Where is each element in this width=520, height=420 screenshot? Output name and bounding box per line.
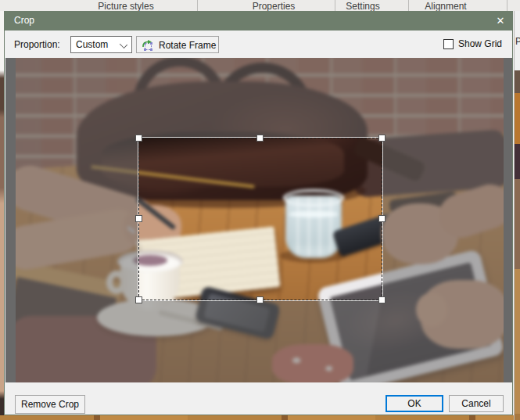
background-photo-band xyxy=(515,179,520,269)
background-photo-band xyxy=(515,269,520,414)
dialog-title: Crop xyxy=(14,15,34,26)
crop-dialog: Crop ✕ Proportion: Custom Rotate Fra xyxy=(4,11,513,415)
background-tab-properties[interactable]: Properties xyxy=(253,1,296,11)
toolbar-separator xyxy=(335,0,335,11)
background-tab-settings[interactable]: Settings xyxy=(346,1,379,11)
background-photo-band xyxy=(515,414,520,420)
crop-selection[interactable] xyxy=(138,138,382,300)
background-toolbar: Picture styles Properties Settings Align… xyxy=(0,0,520,11)
crop-handle-middle-right[interactable] xyxy=(378,215,386,222)
ok-button[interactable]: OK xyxy=(386,395,443,412)
remove-crop-button[interactable]: Remove Crop xyxy=(15,395,85,414)
photo-preview xyxy=(16,58,504,382)
crop-handle-top-middle[interactable] xyxy=(256,135,264,142)
crop-handle-bottom-left[interactable] xyxy=(135,296,142,303)
show-grid-label[interactable]: Show Grid xyxy=(458,38,502,49)
toolbar-separator xyxy=(197,0,198,11)
screen: Picture styles Properties Settings Align… xyxy=(0,0,520,420)
rotate-frame-icon xyxy=(142,39,154,54)
crop-viewport xyxy=(5,58,512,382)
crop-handle-bottom-right[interactable] xyxy=(378,296,386,303)
toolbar-separator xyxy=(408,0,409,11)
background-photo-band xyxy=(515,144,520,179)
proportion-label: Proportion: xyxy=(14,39,60,50)
crop-handle-top-left[interactable] xyxy=(135,135,142,142)
chevron-down-icon xyxy=(120,41,127,48)
background-photo-band xyxy=(515,93,520,144)
cancel-button[interactable]: Cancel xyxy=(449,395,504,412)
background-tab-picture-styles[interactable]: Picture styles xyxy=(98,1,153,11)
rotate-frame-button[interactable]: Rotate Frame xyxy=(136,36,219,53)
background-bottom-sliver xyxy=(0,415,514,420)
background-panel-letter: P xyxy=(515,36,520,47)
proportion-value: Custom xyxy=(76,39,108,50)
dim-overlay-bottom xyxy=(16,300,504,382)
crop-handle-bottom-middle[interactable] xyxy=(256,296,264,303)
show-grid-checkbox[interactable] xyxy=(443,39,454,49)
background-photo-band xyxy=(515,70,520,93)
close-icon[interactable]: ✕ xyxy=(493,14,507,28)
dim-overlay-top xyxy=(16,58,504,138)
dim-overlay-left xyxy=(16,138,138,300)
background-tab-alignment[interactable]: Alignment xyxy=(425,1,466,11)
background-right-sliver: P xyxy=(514,11,520,420)
dialog-titlebar[interactable]: Crop ✕ xyxy=(5,12,512,31)
rotate-frame-label: Rotate Frame xyxy=(159,40,216,51)
toolbar-separator xyxy=(507,0,507,11)
crop-handle-middle-left[interactable] xyxy=(135,215,142,222)
proportion-select[interactable]: Custom xyxy=(70,36,132,53)
crop-handle-top-right[interactable] xyxy=(378,135,386,142)
dim-overlay-right xyxy=(382,138,504,300)
